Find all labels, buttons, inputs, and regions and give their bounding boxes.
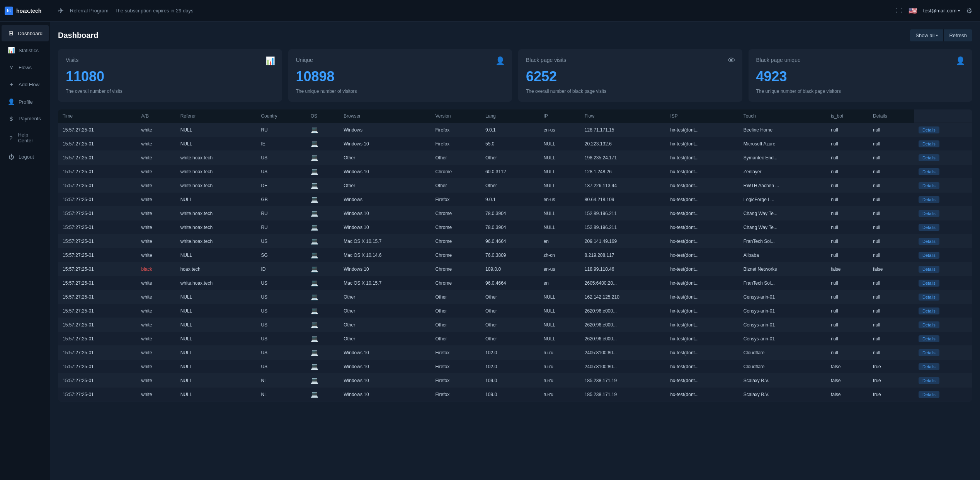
cell-10: hx-test(dont... — [666, 290, 739, 304]
cell-13: null — [868, 276, 914, 290]
details-button[interactable]: Details — [919, 196, 939, 203]
cell-7: Other — [481, 290, 539, 304]
details-button[interactable]: Details — [919, 126, 939, 133]
user-menu[interactable]: test@mail.com ▾ — [923, 8, 960, 14]
details-cell[interactable]: Details — [914, 207, 972, 220]
stat-desc: The unique number of visitors — [296, 89, 505, 94]
main-content: ✈ Referral Program The subscription expi… — [50, 0, 980, 480]
sidebar-item-statistics[interactable]: 📊Statistics — [2, 42, 49, 58]
details-cell[interactable]: Details — [914, 304, 972, 318]
cell-0: 15:57:27:25-01 — [58, 388, 137, 401]
details-button[interactable]: Details — [919, 377, 939, 384]
details-cell[interactable]: Details — [914, 248, 972, 262]
details-button[interactable]: Details — [919, 224, 939, 231]
details-button[interactable]: Details — [919, 363, 939, 370]
cell-8: NULL — [539, 318, 580, 332]
sidebar-item-dashboard[interactable]: ⊞Dashboard — [2, 25, 49, 41]
cell-9: 198.235.24.171 — [580, 151, 666, 165]
settings-icon[interactable]: ⚙ — [966, 7, 972, 15]
table-row: 15:57:27:25-01blackhoax.techID💻Windows 1… — [58, 262, 972, 276]
expand-icon[interactable]: ⛶ — [896, 7, 902, 14]
sidebar-item-profile[interactable]: 👤Profile — [2, 94, 49, 110]
ab-cell: white — [137, 234, 176, 248]
cell-6: Chrome — [430, 220, 481, 234]
details-cell[interactable]: Details — [914, 165, 972, 179]
details-button[interactable]: Details — [919, 140, 939, 147]
ab-cell: white — [137, 332, 176, 346]
details-button[interactable]: Details — [919, 280, 939, 287]
details-cell[interactable]: Details — [914, 220, 972, 234]
cell-0: 15:57:27:25-01 — [58, 374, 137, 388]
send-icon[interactable]: ✈ — [58, 7, 64, 15]
details-cell[interactable]: Details — [914, 346, 972, 360]
cell-10: hx-test(dont... — [666, 193, 739, 207]
details-button[interactable]: Details — [919, 321, 939, 328]
details-cell[interactable]: Details — [914, 290, 972, 304]
cell-11: Cloudflare — [739, 360, 826, 374]
referral-link[interactable]: Referral Program — [70, 8, 109, 14]
table-row: 15:57:27:25-01whiteNULLUS💻OtherOtherOthe… — [58, 332, 972, 346]
cell-11: Chang Way Te... — [739, 207, 826, 220]
stat-title: Unique — [296, 57, 505, 63]
details-button[interactable]: Details — [919, 252, 939, 259]
details-button[interactable]: Details — [919, 349, 939, 356]
refresh-button[interactable]: Refresh — [943, 29, 972, 41]
details-cell[interactable]: Details — [914, 193, 972, 207]
col-flow: Flow — [580, 109, 666, 123]
details-button[interactable]: Details — [919, 266, 939, 273]
cell-9: 8.219.208.117 — [580, 248, 666, 262]
cell-12: null — [826, 234, 868, 248]
details-cell[interactable]: Details — [914, 151, 972, 165]
details-button[interactable]: Details — [919, 335, 939, 342]
payments-icon: $ — [8, 115, 15, 122]
sidebar-item-payments[interactable]: $Payments — [2, 111, 49, 126]
details-cell[interactable]: Details — [914, 179, 972, 193]
details-cell[interactable]: Details — [914, 318, 972, 332]
sidebar-item-flows[interactable]: ⋎Flows — [2, 59, 49, 75]
sidebar-nav: ⊞Dashboard📊Statistics⋎Flows＋Add Flow👤Pro… — [0, 22, 50, 480]
cell-9: 209.141.49.169 — [580, 234, 666, 248]
cell-6: Other — [430, 290, 481, 304]
details-button[interactable]: Details — [919, 168, 939, 175]
os-icon-cell: 💻 — [306, 332, 339, 346]
details-button[interactable]: Details — [919, 391, 939, 398]
cell-7: Other — [481, 179, 539, 193]
details-button[interactable]: Details — [919, 307, 939, 314]
details-cell[interactable]: Details — [914, 137, 972, 151]
os-icon-cell: 💻 — [306, 276, 339, 290]
cell-7: 9.0.1 — [481, 193, 539, 207]
details-button[interactable]: Details — [919, 182, 939, 189]
logo-icon: ht — [5, 7, 13, 15]
show-all-button[interactable]: Show all ▾ — [910, 29, 943, 41]
os-icon-cell: 💻 — [306, 151, 339, 165]
details-button[interactable]: Details — [919, 154, 939, 161]
details-cell[interactable]: Details — [914, 332, 972, 346]
details-button[interactable]: Details — [919, 238, 939, 245]
details-button[interactable]: Details — [919, 294, 939, 301]
cell-7: 102.0 — [481, 346, 539, 360]
os-icon: 💻 — [311, 154, 318, 161]
cell-2: NULL — [176, 374, 257, 388]
cell-3: DE — [256, 179, 306, 193]
cell-8: ru-ru — [539, 374, 580, 388]
sidebar-item-logout[interactable]: ⏻Logout — [2, 149, 49, 165]
details-button[interactable]: Details — [919, 210, 939, 217]
details-cell[interactable]: Details — [914, 388, 972, 401]
table-row: 15:57:27:25-01whiteNULLUS💻Windows 10Fire… — [58, 360, 972, 374]
details-cell[interactable]: Details — [914, 123, 972, 137]
statistics-icon: 📊 — [8, 47, 15, 54]
sidebar-item-add-flow[interactable]: ＋Add Flow — [2, 76, 49, 93]
sidebar-item-help-center[interactable]: ?Help Center — [2, 127, 49, 148]
details-cell[interactable]: Details — [914, 360, 972, 374]
cell-10: hx-test(dont... — [666, 262, 739, 276]
details-cell[interactable]: Details — [914, 276, 972, 290]
cell-0: 15:57:27:25-01 — [58, 220, 137, 234]
profile-icon: 👤 — [8, 98, 15, 105]
details-cell[interactable]: Details — [914, 234, 972, 248]
cell-7: 55.0 — [481, 137, 539, 151]
cell-11: Censys-arin-01 — [739, 332, 826, 346]
details-cell[interactable]: Details — [914, 262, 972, 276]
details-cell[interactable]: Details — [914, 374, 972, 388]
cell-9: 128.71.171.15 — [580, 123, 666, 137]
cell-2: white.hoax.tech — [176, 165, 257, 179]
